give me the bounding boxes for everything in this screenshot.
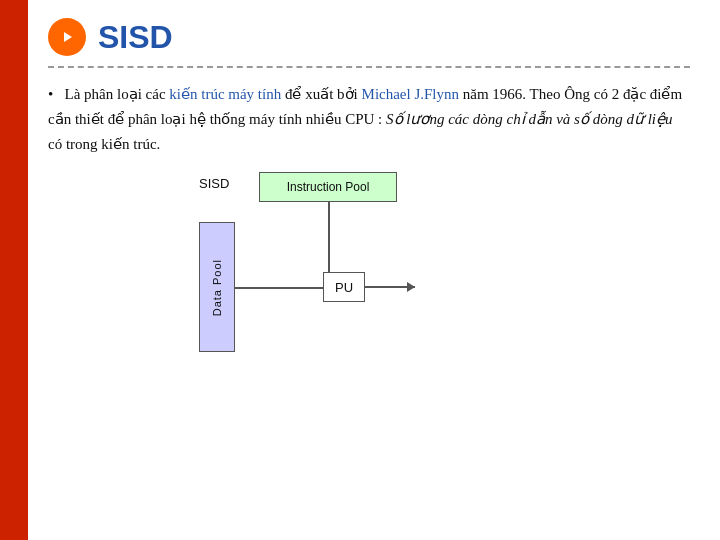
diagram-area: SISD Instruction Pool Data Pool PU	[48, 172, 690, 382]
divider	[48, 66, 690, 68]
data-pool-box: Data Pool	[199, 222, 235, 352]
header: SISD	[48, 18, 690, 56]
main-content: SISD • Là phân loại các kiến trúc máy tí…	[28, 0, 720, 540]
page-title: SISD	[98, 19, 173, 56]
red-sidebar	[0, 0, 28, 540]
body-paragraph: • Là phân loại các kiến trúc máy tính để…	[48, 82, 690, 156]
arrow-right-from-pu	[365, 286, 415, 288]
link-kien-truc: kiến trúc máy tính	[169, 86, 281, 102]
italic-phrase: Số lương các dòng chỉ dẫn và số dòng dữ …	[386, 111, 672, 127]
pu-label: PU	[335, 280, 353, 295]
diagram-inner: SISD Instruction Pool Data Pool PU	[199, 172, 539, 372]
instruction-pool-box: Instruction Pool	[259, 172, 397, 202]
data-pool-label: Data Pool	[211, 259, 223, 316]
instruction-pool-label: Instruction Pool	[287, 180, 370, 194]
pu-box: PU	[323, 272, 365, 302]
link-michael-flynn: Michael J.Flynn	[362, 86, 460, 102]
line-data-to-pu	[235, 287, 323, 289]
sisd-diagram-label: SISD	[199, 176, 229, 191]
arrow-circle-icon	[48, 18, 86, 56]
